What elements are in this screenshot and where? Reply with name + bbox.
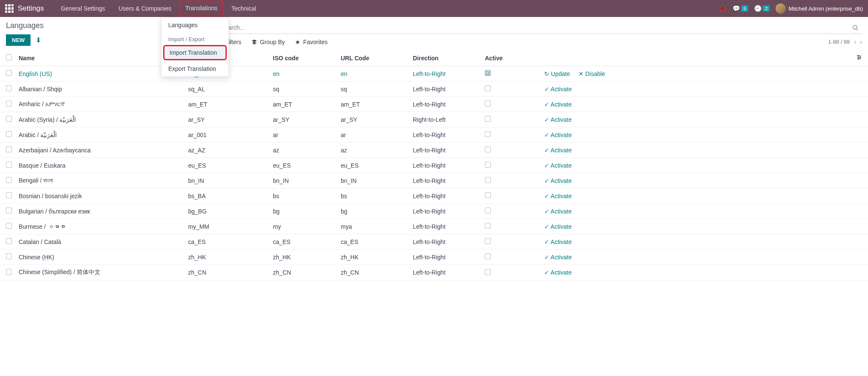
pager-text[interactable]: 1-88 / 88 (828, 39, 850, 45)
cell-iso: en (270, 66, 337, 81)
pager-prev[interactable]: ‹ (854, 38, 856, 46)
col-url[interactable]: URL Code (337, 50, 409, 66)
row-checkbox[interactable] (6, 146, 12, 152)
table-row[interactable]: Amharic / አምሃርኛ am_ET am_ET am_ET Left-t… (0, 97, 868, 112)
activate-link[interactable]: ✓ Activate (544, 208, 572, 215)
user-name: Mitchell Admin (enterprise_db) (788, 6, 863, 12)
nav-general[interactable]: General Settings (54, 1, 111, 16)
nav-technical[interactable]: Technical (225, 1, 263, 16)
row-checkbox[interactable] (6, 162, 12, 168)
col-iso[interactable]: ISO code (270, 50, 337, 66)
apps-icon[interactable] (5, 4, 14, 13)
cell-iso: my (270, 219, 337, 234)
layers-icon (251, 39, 257, 45)
row-checkbox[interactable] (6, 192, 12, 198)
pager-next[interactable]: › (860, 38, 862, 46)
active-checkbox[interactable] (485, 223, 491, 229)
activate-link[interactable]: ✓ Activate (544, 193, 572, 199)
active-checkbox[interactable] (485, 192, 491, 198)
row-checkbox[interactable] (6, 131, 12, 137)
activate-link[interactable]: ✓ Activate (544, 269, 572, 276)
table-row[interactable]: Arabic / الْعَرَبيّة ar_001 ar ar Left-t… (0, 127, 868, 143)
table-row[interactable]: Albanian / Shqip sq_AL sq sq Left-to-Rig… (0, 81, 868, 97)
update-link[interactable]: ↻ Update (544, 70, 570, 77)
dropdown-export[interactable]: Export Translation (161, 61, 228, 76)
row-checkbox[interactable] (6, 85, 12, 91)
cell-iso: zh_HK (270, 250, 337, 265)
download-icon[interactable]: ⬇ (36, 36, 41, 44)
row-checkbox[interactable] (6, 208, 12, 213)
cell-url: az (337, 143, 409, 158)
disable-link[interactable]: ✕ Disable (579, 70, 605, 77)
activate-link[interactable]: ✓ Activate (544, 116, 572, 123)
active-checkbox[interactable] (485, 162, 491, 168)
user-menu[interactable]: Mitchell Admin (enterprise_db) (776, 3, 863, 14)
cell-direction: Left-to-Right (409, 204, 481, 219)
bug-icon[interactable]: 🐞 (718, 5, 726, 12)
activate-link[interactable]: ✓ Activate (544, 223, 572, 230)
active-checkbox[interactable] (485, 208, 491, 213)
cell-name: Azerbaijani / Azərbaycanca (15, 143, 185, 158)
active-checkbox[interactable] (485, 131, 491, 137)
new-button[interactable]: NEW (6, 34, 31, 46)
activate-link[interactable]: ✓ Activate (544, 101, 572, 108)
table-row[interactable]: Arabic (Syria) / الْعَرَبيّة ar_SY ar_SY… (0, 112, 868, 127)
columns-settings-icon[interactable] (853, 50, 868, 66)
table-row[interactable]: Bengali / বাংলা bn_IN bn_IN bn_IN Left-t… (0, 173, 868, 188)
activate-link[interactable]: ✓ Activate (544, 132, 572, 138)
active-checkbox[interactable] (485, 177, 491, 183)
table-row[interactable]: Chinese (Simplified) / 简体中文 zh_CN zh_CN … (0, 265, 868, 281)
col-active[interactable]: Active (481, 50, 541, 66)
cell-url: am_ET (337, 97, 409, 112)
row-checkbox[interactable] (6, 269, 12, 275)
row-checkbox[interactable] (6, 177, 12, 183)
favorites-button[interactable]: ★ Favorites (295, 39, 328, 45)
table-row[interactable]: Azerbaijani / Azərbaycanca az_AZ az az L… (0, 143, 868, 158)
search-icon[interactable] (852, 24, 859, 31)
row-checkbox[interactable] (6, 101, 12, 107)
activate-link[interactable]: ✓ Activate (544, 147, 572, 154)
active-checkbox[interactable] (485, 146, 491, 152)
nav-users[interactable]: Users & Companies (112, 1, 178, 16)
active-checkbox[interactable] (485, 70, 491, 76)
activate-link[interactable]: ✓ Activate (544, 254, 572, 261)
cell-direction: Left-to-Right (409, 219, 481, 234)
table-row[interactable]: Burmese / ဗမာစာ my_MM my mya Left-to-Rig… (0, 219, 868, 234)
cell-direction: Left-to-Right (409, 173, 481, 188)
row-checkbox[interactable] (6, 223, 12, 229)
activity-icon[interactable]: 🕘2 (754, 5, 770, 12)
cell-name: Catalan / Català (15, 234, 185, 250)
row-checkbox[interactable] (6, 70, 12, 76)
col-direction[interactable]: Direction (409, 50, 481, 66)
active-checkbox[interactable] (485, 116, 491, 122)
table-row[interactable]: Catalan / Català ca_ES ca_ES ca_ES Left-… (0, 234, 868, 250)
select-all-checkbox[interactable] (6, 54, 12, 60)
row-checkbox[interactable] (6, 253, 12, 259)
active-checkbox[interactable] (485, 85, 491, 91)
active-checkbox[interactable] (485, 253, 491, 259)
table-row[interactable]: Basque / Euskara eu_ES eu_ES eu_ES Left-… (0, 158, 868, 173)
active-checkbox[interactable] (485, 238, 491, 244)
search-input[interactable] (217, 22, 862, 34)
cell-locale: ca_ES (185, 234, 270, 250)
groupby-button[interactable]: Group By (251, 39, 285, 45)
activate-link[interactable]: ✓ Activate (544, 239, 572, 245)
row-checkbox[interactable] (6, 116, 12, 122)
activate-link[interactable]: ✓ Activate (544, 86, 572, 93)
dropdown-import[interactable]: Import Translation (163, 45, 227, 60)
active-checkbox[interactable] (485, 269, 491, 275)
cell-url: bn_IN (337, 173, 409, 188)
activate-link[interactable]: ✓ Activate (544, 177, 572, 184)
app-name[interactable]: Settings (18, 4, 44, 13)
active-checkbox[interactable] (485, 101, 491, 107)
table-row[interactable]: English (US) en_US en en Left-to-Right ↻… (0, 66, 868, 81)
table-row[interactable]: Bosnian / bosanski jezik bs_BA bs bs Lef… (0, 188, 868, 204)
table-row[interactable]: Bulgarian / български език bg_BG bg bg L… (0, 204, 868, 219)
dropdown-languages[interactable]: Languages (161, 17, 228, 33)
col-name[interactable]: Name (15, 50, 185, 66)
messages-icon[interactable]: 💬5 (732, 5, 748, 12)
table-row[interactable]: Chinese (HK) zh_HK zh_HK zh_HK Left-to-R… (0, 250, 868, 265)
activate-link[interactable]: ✓ Activate (544, 162, 572, 169)
row-checkbox[interactable] (6, 238, 12, 244)
nav-translations[interactable]: Translations (179, 1, 224, 16)
